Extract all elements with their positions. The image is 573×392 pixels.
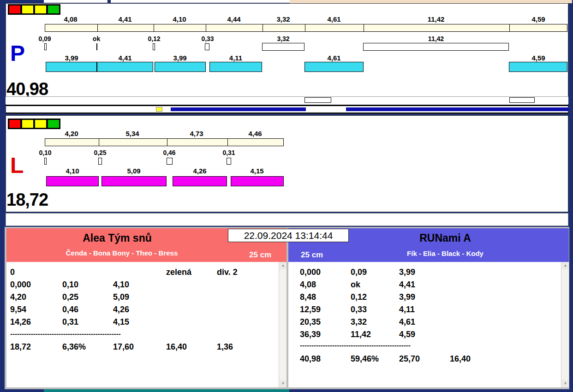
yellow-light-icon <box>22 120 33 128</box>
table-total-cell: 1,36 <box>217 342 233 352</box>
left-table-scrollbar[interactable]: ▲ ▼ <box>279 262 286 387</box>
lane-l-total-time: 18,72 <box>6 190 48 210</box>
right-team-name: RUNami A <box>344 232 547 244</box>
split-divider <box>97 24 98 31</box>
green-light-icon <box>48 120 59 128</box>
table-total-cell: 25,70 <box>399 354 420 364</box>
split-divider <box>305 24 305 31</box>
exchange-time-label: 0,46 <box>163 149 175 156</box>
left-results-table[interactable] <box>6 262 286 387</box>
table-cell: 36,39 <box>300 330 321 339</box>
exchange-box-p <box>262 43 304 51</box>
exchange-box-p <box>363 43 509 51</box>
split-time-label: 4,20 <box>65 130 78 137</box>
red-light-icon <box>9 120 20 128</box>
exchange-time-label: 0,10 <box>39 149 51 156</box>
indicator-box <box>509 97 535 103</box>
empty-strip <box>6 213 568 226</box>
table-cell: 4,10 <box>113 280 129 290</box>
track-line <box>6 105 568 106</box>
split-divider <box>364 24 364 31</box>
table-cell: 4,59 <box>399 330 415 339</box>
scroll-up-icon[interactable]: ▲ <box>280 262 286 269</box>
run-time-label: 4,61 <box>327 54 340 62</box>
exchange-box-p <box>205 43 209 50</box>
exchange-box-p <box>44 43 47 50</box>
table-cell: 3,99 <box>399 292 415 302</box>
start-lights-p <box>8 4 60 15</box>
split-time-label: 4,59 <box>531 15 545 23</box>
exchange-time-label: 0,31 <box>222 149 235 156</box>
exchange-box-l <box>98 158 102 165</box>
split-time-label: 5,34 <box>125 130 139 137</box>
split-time-label: 4,46 <box>248 130 262 137</box>
left-team-members: Čenda - Bona Bony - Theo - Bress <box>11 249 233 257</box>
red-light-icon <box>9 6 20 13</box>
split-time-label: 4,73 <box>190 130 203 137</box>
scroll-down-icon[interactable]: ▼ <box>562 380 569 387</box>
run-bar-l <box>231 176 284 186</box>
track-strip <box>6 96 568 104</box>
table-cell: 3,32 <box>351 317 367 327</box>
table-total-cell: 17,60 <box>113 342 134 352</box>
run-time-label: 4,26 <box>193 167 206 175</box>
exchange-box-l <box>227 158 231 165</box>
scroll-up-icon[interactable]: ▲ <box>562 262 569 269</box>
split-divider <box>99 139 99 146</box>
yellow-light-icon <box>35 120 46 128</box>
scroll-down-icon[interactable]: ▼ <box>280 380 286 387</box>
exchange-box-l <box>167 158 173 165</box>
table-cell: 4,15 <box>113 317 129 327</box>
track-line <box>6 113 568 113</box>
split-time-label: 3,32 <box>276 15 290 23</box>
exchange-time-label: 3,32 <box>277 35 289 42</box>
table-cell: 0,31 <box>62 317 78 327</box>
window-top-strip <box>290 0 572 3</box>
run-time-label: 4,11 <box>229 54 242 62</box>
run-time-label: 5,09 <box>127 167 140 175</box>
table-total-cell: 18,72 <box>10 342 31 352</box>
window-bottom-strip <box>44 389 289 392</box>
split-divider <box>167 139 167 146</box>
split-time-label: 11,42 <box>428 15 445 23</box>
track-progress-bar <box>346 107 568 111</box>
split-divider <box>206 24 206 31</box>
run-bar-p <box>46 62 97 72</box>
right-table-scrollbar[interactable]: ▲ ▼ <box>561 262 569 387</box>
exchange-time-label: 0,12 <box>148 35 160 42</box>
date-time-display: 22.09.2024 13:14:44 <box>228 229 349 242</box>
table-cell: div. 2 <box>217 267 238 277</box>
split-divider <box>154 24 154 31</box>
table-cell: 14,26 <box>10 317 31 327</box>
table-cell: 0,46 <box>62 305 78 315</box>
split-bar-l <box>45 138 284 146</box>
split-time-label: 4,61 <box>327 15 340 23</box>
table-cell: 8,48 <box>300 292 316 302</box>
track-progress-bar <box>171 107 306 111</box>
split-divider <box>227 139 228 146</box>
table-cell: ok <box>351 280 360 290</box>
exchange-box-p <box>153 43 155 50</box>
right-results-table[interactable] <box>288 262 569 387</box>
run-bar-p <box>97 62 153 72</box>
timing-display-window: P 4,08 4,41 4,10 4,44 3,32 4,61 11,42 4,… <box>0 0 573 392</box>
run-bar-p <box>209 62 262 72</box>
table-cell: 4,41 <box>399 280 415 290</box>
table-total-cell: 6,36% <box>62 342 86 352</box>
run-time-label: 3,99 <box>173 54 186 62</box>
table-separator: ----------------------------------------… <box>10 330 185 338</box>
run-time-label: 3,99 <box>65 54 78 62</box>
position-marker <box>156 107 162 112</box>
table-cell: 5,09 <box>113 292 129 302</box>
exchange-time-label: 0,09 <box>38 35 51 42</box>
table-cell: 0,10 <box>62 280 78 290</box>
left-hurdle-height: 25 cm <box>249 250 271 260</box>
split-divider <box>263 24 263 31</box>
table-cell: zelená <box>166 267 191 277</box>
table-cell: 4,11 <box>399 305 415 315</box>
split-time-label: 4,41 <box>118 15 131 23</box>
table-cell: 20,35 <box>300 317 321 327</box>
window-top-strip <box>111 0 290 3</box>
run-bar-l <box>46 176 99 186</box>
split-time-label: 4,08 <box>64 15 77 23</box>
